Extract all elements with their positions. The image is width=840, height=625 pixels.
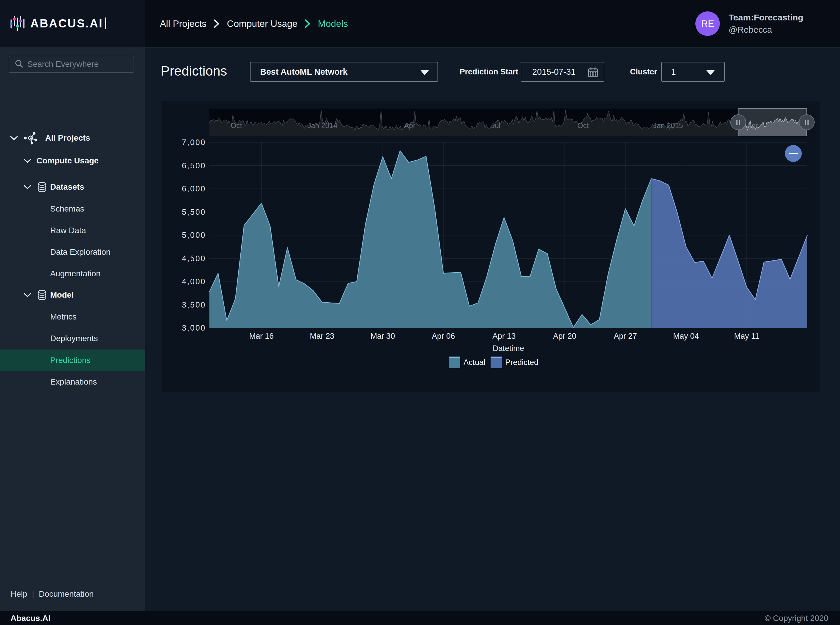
sidebar-item-label: Augmentation (50, 269, 101, 278)
svg-text:Apr 27: Apr 27 (614, 332, 637, 340)
chevron-down-icon (421, 70, 429, 75)
user-meta: Team:Forecasting @Rebecca (728, 12, 840, 35)
chart-legend: ActualPredicted (449, 356, 539, 368)
search-box[interactable] (9, 56, 134, 73)
sidebar-item-label: Raw Data (50, 226, 86, 235)
chevron-down-icon[interactable] (10, 135, 18, 142)
svg-text:Apr: Apr (747, 121, 758, 129)
cluster-dropdown-value: 1 (671, 67, 676, 77)
abacus-logo-icon (10, 15, 25, 31)
navigator-axis-labels: OctJan 2014AprJulOctJan 2015Apr (231, 121, 758, 129)
user-section: RE Team:Forecasting @Rebecca (695, 0, 840, 47)
sidebar-item-label: All Projects (45, 133, 90, 143)
breadcrumb: All Projects Computer Usage Models (160, 0, 348, 47)
series-predicted (651, 179, 807, 328)
sidebar-item-label: Predictions (50, 356, 91, 365)
calendar-icon (588, 67, 598, 79)
svg-text:Predicted: Predicted (505, 358, 539, 367)
help-link[interactable]: Help (11, 589, 27, 599)
breadcrumb-computer-usage[interactable]: Computer Usage (227, 19, 298, 29)
svg-text:Apr: Apr (404, 121, 415, 129)
svg-text:7,000: 7,000 (182, 138, 206, 147)
x-axis-title: Datetime (493, 344, 524, 353)
svg-text:Oct: Oct (231, 121, 242, 129)
documentation-link[interactable]: Documentation (39, 589, 94, 599)
sidebar-item-label: Deployments (50, 334, 98, 343)
cluster-dropdown[interactable]: 1 (661, 62, 725, 82)
user-handle: @Rebecca (728, 25, 840, 35)
minus-icon (789, 153, 798, 154)
svg-text:3,500: 3,500 (182, 300, 206, 309)
svg-text:Jan 2015: Jan 2015 (653, 121, 683, 129)
svg-text:4,500: 4,500 (182, 254, 206, 263)
zoom-out-button[interactable] (785, 145, 802, 162)
sidebar-item-label: Schemas (50, 204, 84, 214)
sidebar-item-raw-data[interactable]: Raw Data (0, 220, 145, 241)
chevron-down-icon (706, 70, 714, 75)
svg-text:Apr 20: Apr 20 (553, 332, 576, 340)
footer: Abacus.AI © Copyright 2020 (0, 611, 840, 625)
logo-cursor (105, 17, 106, 29)
legend-actual[interactable]: Actual (449, 356, 485, 368)
y-axis-labels: 3,0003,5004,0004,5005,0005,5006,0006,500… (182, 138, 206, 332)
avatar[interactable]: RE (695, 11, 720, 36)
sidebar-item-augmentation[interactable]: Augmentation (0, 263, 145, 285)
avatar-initials: RE (701, 19, 714, 29)
sidebar-item-compute-usage[interactable]: Compute Usage (0, 150, 145, 171)
chevron-right-icon (304, 19, 311, 29)
sidebar-item-label: Datasets (50, 182, 84, 192)
sidebar-item-all-projects[interactable]: All Projects (0, 127, 145, 149)
sidebar-item-data-exploration[interactable]: Data Exploration (0, 241, 145, 263)
svg-text:6,500: 6,500 (182, 161, 206, 170)
svg-text:Oct: Oct (578, 121, 589, 129)
sidebar-item-metrics[interactable]: Metrics (0, 306, 145, 328)
svg-text:May 04: May 04 (673, 332, 699, 340)
series-actual (210, 151, 651, 328)
breadcrumb-all-projects[interactable]: All Projects (160, 19, 207, 29)
chevron-down-icon[interactable] (23, 184, 31, 191)
sidebar-item-deployments[interactable]: Deployments (0, 328, 145, 349)
sidebar-item-label: Data Exploration (50, 247, 110, 257)
footer-copyright: © Copyright 2020 (765, 614, 828, 623)
search-input[interactable] (27, 59, 124, 69)
svg-text:3,000: 3,000 (182, 323, 206, 332)
page-title: Predictions (161, 63, 227, 79)
team-label: Team:Forecasting (728, 12, 840, 22)
abacus-logo[interactable]: ABACUS.AI (10, 15, 106, 31)
sidebar: All ProjectsCompute UsageDatasetsSchemas… (0, 47, 145, 611)
link-separator: | (32, 589, 34, 599)
sidebar-item-label: Metrics (50, 312, 76, 322)
model-dropdown-value: Best AutoML Network (260, 67, 348, 77)
chevron-right-icon (214, 19, 220, 29)
navigator-handle-left[interactable] (731, 115, 746, 130)
svg-text:5,000: 5,000 (182, 231, 206, 239)
svg-text:Jul: Jul (491, 121, 500, 129)
prediction-start-label: Prediction Start (460, 62, 518, 82)
sidebar-footer-links: Help | Documentation (11, 589, 94, 599)
svg-text:4,000: 4,000 (182, 277, 206, 286)
svg-text:Mar 23: Mar 23 (310, 332, 334, 340)
chevron-down-icon[interactable] (23, 292, 31, 299)
navigator-handle-right[interactable] (799, 115, 814, 130)
svg-text:Jan 2014: Jan 2014 (307, 121, 337, 129)
svg-text:May 11: May 11 (734, 332, 759, 340)
predictions-chart: OctJan 2014AprJulOctJan 2015Apr3,0003,50… (161, 101, 820, 392)
logo-text: ABACUS.AI (30, 17, 103, 30)
svg-text:Mar 30: Mar 30 (370, 332, 395, 340)
sidebar-item-explanations[interactable]: Explanations (0, 371, 145, 393)
sidebar-item-datasets[interactable]: Datasets (0, 176, 145, 198)
sidebar-item-model[interactable]: Model (0, 284, 145, 306)
sidebar-item-predictions[interactable]: Predictions (0, 350, 145, 371)
svg-text:Actual: Actual (463, 358, 485, 367)
sidebar-item-label: Explanations (50, 377, 97, 387)
model-dropdown[interactable]: Best AutoML Network (250, 62, 438, 82)
chart-panel: OctJan 2014AprJulOctJan 2015Apr3,0003,50… (161, 101, 820, 392)
database-icon (37, 182, 47, 193)
cluster-label: Cluster (630, 62, 657, 82)
svg-text:Mar 16: Mar 16 (249, 332, 273, 340)
sidebar-item-schemas[interactable]: Schemas (0, 198, 145, 220)
chevron-down-icon[interactable] (23, 158, 31, 165)
breadcrumb-models[interactable]: Models (318, 19, 348, 29)
prediction-start-datepicker[interactable]: 2015-07-31 (521, 62, 604, 82)
legend-predicted[interactable]: Predicted (491, 356, 539, 368)
